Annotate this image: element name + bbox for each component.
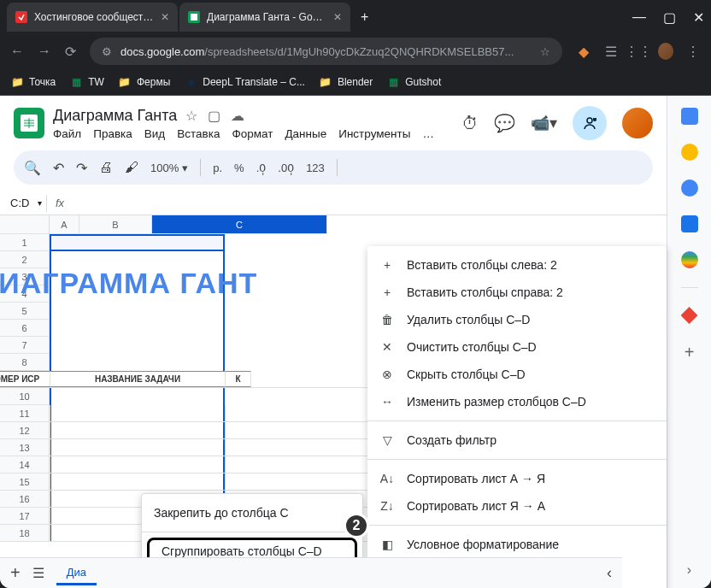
sheet-tab[interactable]: Диа — [56, 562, 97, 585]
extensions-button[interactable]: ⋮⋮ — [631, 44, 646, 59]
undo-icon[interactable]: ↶ — [53, 160, 64, 176]
search-icon[interactable]: 🔍 — [24, 160, 41, 176]
cell[interactable]: 1.5 — [0, 525, 50, 541]
menu-item[interactable]: +Вставить столбцы справа: 2 — [367, 279, 667, 306]
cell[interactable]: 1.1 — [0, 422, 50, 438]
row-header[interactable]: 8 — [0, 354, 50, 371]
site-settings-icon[interactable]: ⚙ — [102, 45, 112, 58]
doc-title[interactable]: Диаграмма Ганта — [53, 107, 177, 125]
format-number-button[interactable]: 123 — [306, 162, 325, 174]
decrease-decimal-button[interactable]: .0̩ — [256, 162, 267, 174]
select-all-corner[interactable] — [0, 215, 50, 234]
move-icon[interactable]: ▢ — [208, 108, 220, 124]
row-header[interactable]: 5 — [0, 303, 50, 320]
contacts-icon[interactable] — [681, 215, 698, 232]
history-icon[interactable]: ⏱ — [461, 114, 479, 133]
reload-button[interactable]: ⟳ — [65, 44, 76, 60]
share-button[interactable] — [573, 106, 607, 140]
zoom-selector[interactable]: 100% ▾ — [150, 162, 188, 174]
new-tab-button[interactable]: + — [352, 9, 377, 25]
menu-button[interactable]: ⋮ — [685, 44, 701, 59]
menu-item[interactable]: +Вставить столбцы слева: 2 — [367, 251, 667, 279]
col-header[interactable]: B — [79, 215, 152, 234]
menu-format[interactable]: Формат — [232, 127, 273, 140]
back-button[interactable]: ← — [10, 44, 24, 59]
bookmark-item[interactable]: 📁Точка — [10, 75, 56, 89]
tasks-icon[interactable] — [681, 179, 698, 197]
close-icon[interactable]: ✕ — [333, 11, 342, 23]
bookmark-item[interactable]: ◆DeepL Translate – C... — [184, 75, 305, 89]
menu-item[interactable]: ▽Создать фильтр — [367, 426, 667, 454]
star-icon[interactable]: ☆ — [540, 45, 550, 58]
row-header[interactable]: 6 — [0, 320, 50, 337]
currency-button[interactable]: р. — [213, 162, 222, 174]
menu-item[interactable]: Закрепить до столбца C — [142, 499, 362, 526]
formula-bar[interactable] — [73, 191, 663, 215]
keep-icon[interactable] — [681, 144, 698, 161]
browser-tab-active[interactable]: Диаграмма Ганта - Google Таб ✕ — [179, 3, 350, 32]
menu-file[interactable]: Файл — [53, 127, 81, 140]
tab-favicon — [15, 10, 27, 24]
row-header[interactable]: 10 — [0, 388, 50, 405]
menu-item[interactable]: 🗑Удалить столбцы C–D — [367, 306, 667, 333]
get-addons-button[interactable]: + — [685, 343, 695, 362]
cell[interactable]: 1.3 — [0, 473, 50, 490]
close-icon[interactable]: ✕ — [161, 11, 169, 23]
bookmark-item[interactable]: 📁Blender — [319, 75, 373, 89]
minimize-button[interactable]: — — [632, 9, 646, 26]
menu-item[interactable]: ✕Очистить столбцы C–D — [367, 333, 667, 361]
close-button[interactable]: ✕ — [693, 9, 704, 26]
cell[interactable]: 1.3 — [0, 491, 50, 507]
menu-item[interactable]: Z↓Сортировать лист Я → А — [367, 492, 667, 520]
redo-icon[interactable]: ↷ — [76, 160, 87, 176]
row-header[interactable]: 1 — [0, 234, 50, 251]
calendar-icon[interactable] — [681, 108, 698, 125]
row-header[interactable]: 7 — [0, 337, 50, 354]
col-header[interactable]: A — [50, 215, 79, 234]
menu-item[interactable]: ⊗Скрыть столбцы C–D — [367, 361, 667, 388]
extension-icon[interactable]: ◆ — [576, 44, 591, 59]
maps-icon[interactable] — [681, 251, 698, 268]
col-header-selected[interactable]: C — [152, 215, 327, 234]
cell[interactable]: 1.2 — [0, 439, 50, 456]
browser-tab[interactable]: Хостинговое сообщество «Tim ✕ — [7, 3, 178, 32]
menu-item[interactable]: A↓Сортировать лист А → Я — [367, 465, 667, 492]
account-avatar[interactable] — [622, 108, 653, 138]
maximize-button[interactable]: ▢ — [663, 9, 676, 26]
print-icon[interactable]: 🖨 — [99, 160, 113, 175]
menu-view[interactable]: Вид — [144, 127, 165, 140]
cloud-icon[interactable]: ☁ — [231, 108, 244, 124]
percent-button[interactable]: % — [234, 162, 244, 174]
row-header[interactable]: 2 — [0, 251, 50, 268]
cell[interactable]: 1 — [0, 405, 50, 421]
menu-tools[interactable]: Инструменты — [338, 127, 410, 140]
sheets-logo[interactable] — [14, 108, 44, 138]
cell[interactable]: 1.2 — [0, 456, 50, 473]
menu-edit[interactable]: Правка — [93, 127, 132, 140]
bookmarks-bar: 📁Точка ▦TW 📁Фермы ◆DeepL Translate – C..… — [0, 68, 711, 96]
extension-icon[interactable]: ☰ — [603, 44, 619, 59]
cell[interactable]: 1.4 — [0, 508, 50, 524]
star-icon[interactable]: ☆ — [185, 108, 197, 124]
all-sheets-button[interactable]: ☰ — [32, 565, 44, 581]
bookmark-item[interactable]: ▦TW — [69, 75, 104, 89]
hide-panel-button[interactable]: › — [687, 562, 691, 578]
name-box[interactable]: C:D▾ — [3, 197, 46, 209]
menu-item[interactable]: ↔Изменить размер столбцов C–D — [367, 388, 667, 415]
menu-insert[interactable]: Вставка — [177, 127, 220, 140]
address-bar[interactable]: ⚙ docs.google.com/spreadsheets/d/1MgUh90… — [90, 38, 562, 65]
meet-icon[interactable]: 📹▾ — [531, 114, 557, 132]
paint-format-icon[interactable]: 🖌 — [125, 160, 138, 175]
bookmark-item[interactable]: 📁Фермы — [118, 75, 170, 89]
add-sheet-button[interactable]: + — [10, 563, 21, 583]
profile-avatar[interactable] — [658, 44, 673, 59]
forward-button[interactable]: → — [38, 44, 51, 59]
menu-item[interactable]: ◧Условное форматирование — [367, 531, 667, 558]
addon-icon[interactable] — [681, 307, 698, 324]
increase-decimal-button[interactable]: .00̩ — [278, 162, 294, 174]
explore-button[interactable]: ‹ — [607, 564, 612, 582]
comment-icon[interactable]: 💬 — [494, 113, 515, 133]
menu-more[interactable]: … — [422, 127, 434, 140]
menu-data[interactable]: Данные — [285, 127, 326, 140]
bookmark-item[interactable]: ▦Gutshot — [386, 75, 441, 89]
